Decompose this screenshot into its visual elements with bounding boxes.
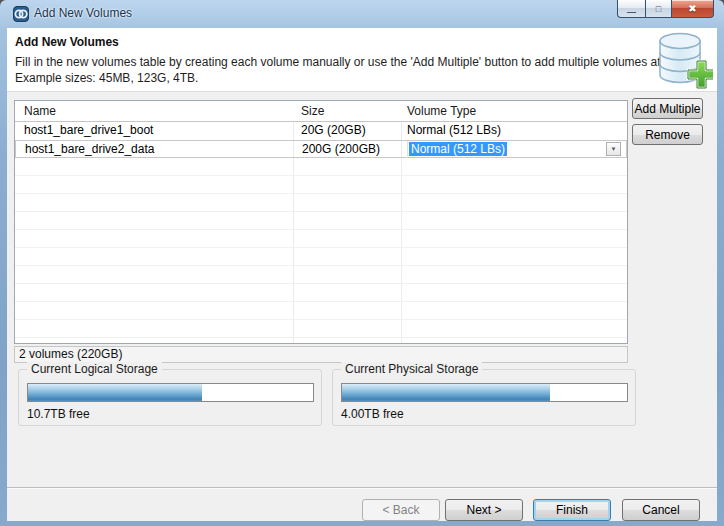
column-header-size[interactable]: Size	[301, 101, 324, 121]
dialog-body: Add New Volumes Fill in the new volumes …	[7, 28, 717, 521]
table-header-row: Name Size Volume Type	[15, 101, 627, 122]
database-add-icon	[653, 30, 713, 90]
titlebar[interactable]: Add New Volumes — □ ✖	[0, 0, 724, 28]
volume-name: host1_bare_drive1_boot	[24, 122, 153, 139]
page-example-sizes: Example sizes: 45MB, 123G, 4TB.	[15, 71, 198, 85]
table-row[interactable]: host1_bare_drive1_boot 20G (20GB) Normal…	[15, 122, 627, 140]
column-header-volume-type[interactable]: Volume Type	[407, 101, 476, 121]
page-description: Fill in the new volumes table by creatin…	[15, 55, 693, 69]
footer-divider-highlight	[7, 488, 717, 489]
logical-storage-progressbar	[27, 383, 314, 402]
physical-storage-fill	[342, 384, 550, 401]
physical-storage-group: Current Physical Storage 4.00TB free	[332, 369, 636, 426]
finish-button[interactable]: Finish	[533, 499, 611, 521]
add-multiple-button[interactable]: Add Multiple	[632, 98, 703, 119]
minimize-button[interactable]: —	[617, 0, 645, 18]
volumes-summary-bar: 2 volumes (220GB)	[14, 346, 628, 363]
physical-storage-label: Current Physical Storage	[341, 362, 482, 376]
window-title: Add New Volumes	[34, 0, 132, 27]
logical-storage-group: Current Logical Storage 10.7TB free	[18, 369, 322, 426]
cancel-button[interactable]: Cancel	[622, 499, 700, 521]
logical-storage-fill	[28, 384, 202, 401]
chevron-down-icon[interactable]: ▼	[606, 142, 621, 156]
volume-type: Normal (512 LBs)	[407, 122, 501, 139]
volumes-table: Name Size Volume Type host1_bare_drive1_…	[14, 100, 628, 344]
maximize-button[interactable]: □	[645, 0, 672, 18]
next-button[interactable]: Next >	[445, 499, 523, 521]
empty-table-area	[15, 158, 627, 343]
physical-free-label: 4.00TB free	[341, 407, 404, 421]
back-button: < Back	[362, 499, 440, 521]
logical-free-label: 10.7TB free	[27, 407, 90, 421]
remove-button[interactable]: Remove	[632, 124, 703, 145]
close-button[interactable]: ✖	[672, 0, 714, 18]
table-row-selected[interactable]: host1_bare_drive2_data 200G (200GB) Norm…	[15, 140, 627, 158]
volume-size: 200G (200GB)	[302, 141, 380, 158]
app-icon	[13, 6, 29, 22]
volume-size: 20G (20GB)	[301, 122, 366, 139]
column-header-name[interactable]: Name	[24, 101, 56, 121]
add-new-volumes-dialog: Add New Volumes — □ ✖ Add New Volumes Fi…	[0, 0, 724, 526]
volume-type-combobox[interactable]: Normal (512 LBs)	[407, 141, 507, 158]
volume-name: host1_bare_drive2_data	[25, 141, 154, 158]
physical-storage-progressbar	[341, 383, 628, 402]
page-title: Add New Volumes	[15, 35, 119, 49]
logical-storage-label: Current Logical Storage	[27, 362, 162, 376]
wizard-header: Add New Volumes Fill in the new volumes …	[7, 28, 717, 92]
selected-combo-text: Normal (512 LBs)	[409, 142, 507, 156]
